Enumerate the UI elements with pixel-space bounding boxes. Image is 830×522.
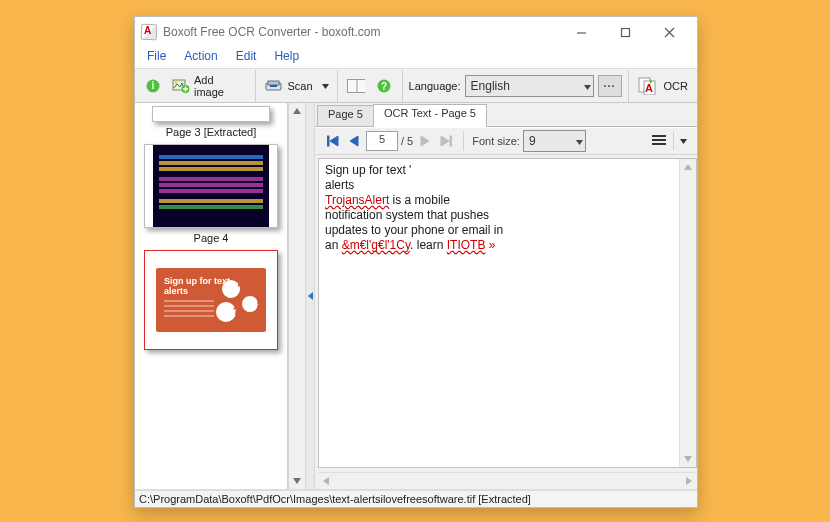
status-text: C:\ProgramData\Boxoft\PdfOcr\Images\text…	[139, 493, 531, 505]
language-combo[interactable]: English	[465, 75, 594, 97]
toolbar-divider	[463, 131, 464, 151]
svg-marker-26	[308, 292, 313, 300]
font-size-combo[interactable]: 9	[523, 130, 586, 152]
ocr-l3b: is a mobile	[389, 193, 450, 207]
app-window: Boxoft Free OCR Converter - boxoft.com F…	[134, 16, 698, 508]
thumb-page-5[interactable]: Sign up for text alerts “ ! ?	[144, 250, 278, 350]
last-icon	[440, 135, 452, 147]
page-input[interactable]: 5	[366, 131, 398, 151]
language-browse-button[interactable]: ···	[598, 75, 622, 97]
svg-rect-12	[268, 81, 279, 85]
svg-marker-37	[680, 139, 687, 144]
align-dropdown[interactable]	[673, 132, 692, 150]
thumb-image	[144, 144, 278, 228]
font-size-label: Font size:	[472, 135, 520, 147]
scroll-down-button[interactable]	[680, 451, 696, 467]
menu-edit[interactable]: Edit	[228, 47, 265, 66]
ocr-l1: Sign up for text '	[325, 163, 411, 177]
status-bar: C:\ProgramData\Boxoft\PdfOcr\Images\text…	[135, 489, 697, 507]
ocr-l4: notification system that pushes	[325, 208, 489, 222]
add-image-icon	[172, 77, 190, 95]
chevron-down-icon	[680, 139, 687, 144]
add-image-button[interactable]: Add image	[169, 74, 249, 98]
ocr-scrollbar[interactable]	[679, 159, 696, 467]
tab-strip: Page 5 OCR Text - Page 5	[315, 103, 697, 127]
close-button[interactable]	[647, 18, 691, 46]
svg-marker-33	[576, 140, 583, 145]
language-label: Language:	[409, 80, 461, 92]
scan-button[interactable]: Scan	[262, 74, 315, 98]
ocr-text-area[interactable]: Sign up for text ' alerts TrojansAlert i…	[319, 159, 679, 467]
font-size-value: 9	[529, 134, 536, 148]
toolbar-group-language: Language: English ···	[403, 70, 629, 102]
scroll-right-button[interactable]	[681, 474, 697, 488]
tab-ocr-text[interactable]: OCR Text - Page 5	[373, 104, 487, 127]
help-icon: ?	[375, 77, 393, 95]
next-page-button[interactable]	[416, 132, 434, 150]
info-button[interactable]: i	[141, 74, 165, 98]
svg-rect-27	[327, 136, 329, 146]
ocr-hscrollbar[interactable]	[318, 472, 697, 489]
scanner-icon	[265, 77, 283, 95]
window-title: Boxoft Free OCR Converter - boxoft.com	[163, 25, 380, 39]
menu-help[interactable]: Help	[266, 47, 307, 66]
svg-marker-30	[421, 136, 429, 146]
ocr-label: OCR	[664, 80, 688, 92]
ocr-l2: alerts	[325, 178, 354, 192]
menu-action[interactable]: Action	[176, 47, 225, 66]
scroll-down-button[interactable]	[289, 473, 305, 489]
thumb-image: Sign up for text alerts “ ! ?	[144, 250, 278, 350]
svg-point-7	[175, 81, 177, 83]
main-toolbar: i Add image	[135, 69, 697, 103]
ocr-toolbar: 5 / 5 Font size: 9	[315, 127, 697, 155]
thumbnail-list[interactable]: Page 3 [Extracted] Page 4 Sign up for te…	[135, 103, 287, 489]
close-icon	[664, 27, 675, 38]
svg-rect-15	[347, 80, 365, 93]
panel-toggle-button[interactable]	[344, 74, 368, 98]
ocr-l6e: »	[485, 238, 495, 252]
svg-marker-25	[293, 478, 301, 484]
minimize-icon	[576, 27, 587, 38]
svg-text:?: ?	[380, 81, 386, 92]
toolbar-group-image: i Add image	[135, 70, 256, 102]
svg-marker-38	[684, 164, 692, 170]
ocr-l6d: ITIOTB	[447, 238, 486, 252]
minimize-button[interactable]	[559, 18, 603, 46]
title-bar[interactable]: Boxoft Free OCR Converter - boxoft.com	[135, 17, 697, 47]
last-page-button[interactable]	[437, 132, 455, 150]
svg-marker-41	[686, 477, 692, 485]
svg-rect-13	[270, 85, 277, 87]
thumb-scrollbar[interactable]	[288, 103, 305, 489]
prev-icon	[349, 135, 359, 147]
ocr-text-box: Sign up for text ' alerts TrojansAlert i…	[318, 158, 697, 468]
chevron-down-icon	[322, 84, 329, 89]
collapse-left-icon	[308, 291, 313, 302]
panel-icon	[347, 77, 365, 95]
toolbar-group-ocr: A OCR	[629, 70, 697, 102]
scroll-up-button[interactable]	[680, 159, 696, 175]
svg-marker-29	[350, 136, 358, 146]
thumb5-line2: alerts	[164, 286, 188, 296]
scan-dropdown[interactable]	[320, 84, 331, 89]
ocr-l5: updates to your phone or email in	[325, 223, 503, 237]
prev-page-button[interactable]	[345, 132, 363, 150]
thumb-image	[152, 106, 270, 122]
scroll-left-button[interactable]	[318, 474, 334, 488]
menu-bar: File Action Edit Help	[135, 47, 697, 69]
help-button[interactable]: ?	[372, 74, 396, 98]
tab-page[interactable]: Page 5	[317, 105, 374, 127]
splitter[interactable]	[305, 103, 315, 489]
ocr-button[interactable]: A OCR	[635, 74, 691, 98]
scroll-up-button[interactable]	[289, 103, 305, 119]
align-button[interactable]	[648, 131, 670, 151]
maximize-button[interactable]	[603, 18, 647, 46]
ocr-icon: A	[638, 77, 660, 95]
add-image-label: Add image	[194, 74, 246, 98]
thumb-page-4[interactable]: Page 4	[144, 144, 278, 244]
svg-marker-24	[293, 108, 301, 114]
svg-marker-39	[684, 456, 692, 462]
maximize-icon	[620, 27, 631, 38]
menu-file[interactable]: File	[139, 47, 174, 66]
thumb-page-3[interactable]: Page 3 [Extracted]	[144, 106, 278, 138]
first-page-button[interactable]	[324, 132, 342, 150]
